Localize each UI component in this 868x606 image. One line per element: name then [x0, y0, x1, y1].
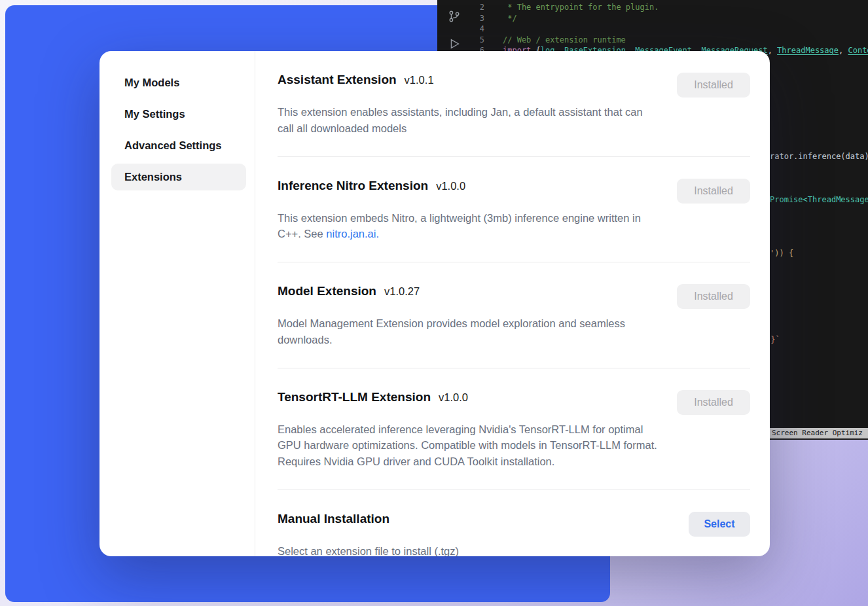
extension-description: Enables accelerated inference leveraging… — [278, 421, 660, 470]
sidebar-item-advanced-settings[interactable]: Advanced Settings — [111, 132, 246, 159]
code-line: // Web / extension runtime — [503, 35, 868, 46]
editor-activity-bar — [441, 9, 467, 51]
extension-version: v1.0.0 — [436, 180, 465, 192]
editor-line-numbers: 23456 — [471, 2, 484, 56]
code-line: */ — [503, 13, 868, 24]
code-fragment: Promise<ThreadMessage> — [770, 194, 868, 205]
extension-row: Assistant Extension v1.0.1 Installed Thi… — [278, 51, 750, 157]
code-fragment: rator.inference(data)); — [770, 151, 868, 162]
extension-description: This extension enables assistants, inclu… — [278, 104, 660, 137]
screen-reader-optimized-button[interactable]: Screen Reader Optimiz — [767, 428, 868, 438]
sidebar-item-extensions[interactable]: Extensions — [111, 164, 246, 190]
code-lines: * The entrypoint for the plugin. */ // W… — [503, 2, 868, 56]
desktop: { "sidebar": { "items": [ { "label": "My… — [0, 0, 868, 606]
extension-version: v1.0.1 — [405, 74, 434, 86]
extension-name: Inference Nitro Extension — [278, 179, 428, 193]
installed-button[interactable]: Installed — [677, 179, 750, 204]
extension-name: TensortRT-LLM Extension — [278, 390, 431, 404]
run-debug-icon[interactable] — [447, 37, 461, 51]
select-file-button[interactable]: Select — [689, 512, 750, 537]
extension-row: TensortRT-LLM Extension v1.0.0 Installed… — [278, 368, 750, 490]
extension-version: v1.0.0 — [439, 391, 468, 404]
sidebar-item-my-models[interactable]: My Models — [111, 69, 246, 96]
extension-name: Model Extension — [278, 284, 376, 298]
extension-description: Select an extension file to install (.tg… — [278, 543, 660, 556]
sidebar-item-my-settings[interactable]: My Settings — [111, 101, 246, 128]
source-control-icon[interactable] — [447, 9, 461, 24]
extension-description: Model Management Extension provides mode… — [278, 315, 660, 348]
installed-button[interactable]: Installed — [677, 73, 750, 98]
manual-installation-row: Manual Installation Select Select an ext… — [278, 490, 750, 556]
extension-version: v1.0.27 — [384, 285, 420, 298]
code-line: * The entrypoint for the plugin. — [503, 2, 868, 13]
extensions-list: Assistant Extension v1.0.1 Installed Thi… — [255, 51, 770, 556]
code-line — [503, 24, 868, 35]
nitro-jan-ai-link[interactable]: nitro.jan.ai. — [326, 228, 379, 240]
installed-button[interactable]: Installed — [677, 284, 750, 309]
settings-sidebar: My Models My Settings Advanced Settings … — [99, 51, 255, 556]
extension-description: This extension embeds Nitro, a lightweig… — [278, 210, 660, 243]
settings-modal: My Models My Settings Advanced Settings … — [99, 51, 770, 556]
installed-button[interactable]: Installed — [677, 390, 750, 415]
extension-name: Manual Installation — [278, 512, 389, 526]
extension-name: Assistant Extension — [278, 73, 397, 87]
code-fragment: ')) { — [770, 248, 793, 259]
extension-row: Model Extension v1.0.27 Installed Model … — [278, 262, 750, 368]
extension-row: Inference Nitro Extension v1.0.0 Install… — [278, 157, 750, 263]
